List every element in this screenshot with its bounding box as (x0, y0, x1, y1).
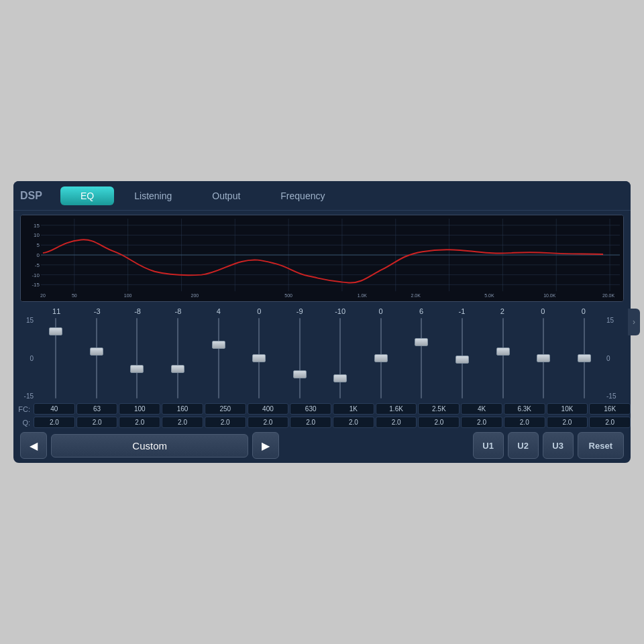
fc-cell-12[interactable]: 10K (547, 403, 588, 415)
band-value-0: 11 (36, 307, 76, 315)
fader-10[interactable] (443, 318, 482, 398)
fader-line-6 (299, 318, 301, 398)
svg-text:-5: -5 (35, 262, 40, 268)
fader-11[interactable] (483, 318, 523, 398)
fader-handle-2[interactable] (130, 365, 144, 373)
fader-line-0 (55, 318, 56, 398)
fader-line-7 (339, 318, 341, 398)
fc-cell-0[interactable]: 40 (34, 403, 75, 415)
reset-button[interactable]: Reset (578, 432, 624, 459)
q-cell-4[interactable]: 2.0 (205, 417, 246, 428)
q-cell-9[interactable]: 2.0 (418, 417, 460, 428)
side-arrow[interactable]: › (628, 309, 640, 335)
fader-handle-3[interactable] (171, 365, 184, 373)
q-cell-2[interactable]: 2.0 (119, 417, 160, 428)
band-value-7: -10 (320, 307, 360, 315)
band-value-4: 4 (199, 307, 239, 315)
fader-2[interactable] (117, 318, 157, 398)
q-cell-10[interactable]: 2.0 (461, 417, 502, 428)
fader-7[interactable] (321, 318, 360, 398)
band-value-11: 2 (482, 307, 523, 315)
svg-text:50: 50 (72, 293, 77, 298)
fader-5[interactable] (239, 318, 279, 398)
tab-frequency[interactable]: Frequency (260, 186, 345, 205)
fader-3[interactable] (158, 318, 198, 398)
tab-output[interactable]: Output (192, 186, 260, 205)
fc-cell-9[interactable]: 2.5K (418, 403, 460, 415)
fader-4[interactable] (199, 318, 238, 398)
fader-12[interactable] (524, 318, 564, 398)
next-button[interactable]: ▶ (252, 432, 279, 459)
band-value-8: 0 (360, 307, 400, 315)
q-cell-11[interactable]: 2.0 (504, 417, 545, 428)
svg-text:-15: -15 (32, 282, 40, 288)
fader-handle-11[interactable] (496, 347, 510, 356)
q-cell-3[interactable]: 2.0 (162, 417, 203, 428)
q-row: Q: 2.02.02.02.02.02.02.02.02.02.02.02.02… (13, 417, 631, 428)
fader-6[interactable] (280, 318, 319, 398)
fader-1[interactable] (77, 318, 117, 398)
fader-handle-10[interactable] (455, 356, 469, 364)
fader-handle-7[interactable] (333, 374, 347, 382)
u2-button[interactable]: U2 (508, 432, 539, 459)
svg-text:0: 0 (37, 252, 40, 258)
fader-line-9 (421, 318, 422, 398)
fc-cell-1[interactable]: 63 (76, 403, 118, 415)
fc-cell-11[interactable]: 6.3K (504, 403, 545, 415)
fader-handle-4[interactable] (212, 341, 225, 349)
fc-cell-4[interactable]: 250 (205, 403, 246, 415)
fc-cell-2[interactable]: 100 (119, 403, 160, 415)
fader-0[interactable] (36, 318, 76, 398)
logo: DSP (20, 190, 54, 202)
fc-cell-5[interactable]: 400 (248, 403, 289, 415)
q-cell-1[interactable]: 2.0 (76, 417, 118, 428)
fader-handle-9[interactable] (415, 338, 428, 346)
tab-eq[interactable]: EQ (60, 186, 114, 205)
fc-cell-6[interactable]: 630 (290, 403, 331, 415)
fader-handle-1[interactable] (90, 347, 103, 356)
q-cell-5[interactable]: 2.0 (248, 417, 289, 428)
prev-button[interactable]: ◀ (20, 432, 47, 459)
fader-line-1 (96, 318, 97, 398)
svg-text:200: 200 (191, 293, 199, 298)
eq-graph[interactable]: 15 10 5 0 -5 -10 -15 20 50 100 200 500 1… (20, 215, 624, 302)
u1-button[interactable]: U1 (473, 432, 504, 459)
fader-section: 11-3-8-840-9-1006-1200 15 0 -15 15 0 -15 (13, 306, 631, 401)
fader-handle-12[interactable] (537, 354, 550, 362)
fader-handle-0[interactable] (49, 327, 62, 335)
fader-9[interactable] (402, 318, 441, 398)
fader-13[interactable] (565, 318, 604, 398)
fader-handle-6[interactable] (293, 370, 307, 378)
q-cell-6[interactable]: 2.0 (290, 417, 331, 428)
fader-line-8 (380, 318, 382, 398)
tab-listening[interactable]: Listening (114, 186, 192, 205)
fader-handle-13[interactable] (578, 354, 591, 362)
q-cell-8[interactable]: 2.0 (376, 417, 417, 428)
svg-text:-10: -10 (32, 272, 40, 278)
svg-text:5.0K: 5.0K (484, 293, 494, 298)
tab-bar: DSP EQ Listening Output Frequency (13, 181, 631, 211)
u3-button[interactable]: U3 (543, 432, 574, 459)
band-value-13: 0 (563, 307, 603, 315)
fader-handle-8[interactable] (374, 354, 388, 362)
fc-row: FC: 40631001602504006301K1.6K2.5K4K6.3K1… (13, 403, 631, 415)
fader-handle-5[interactable] (252, 354, 266, 362)
fc-cell-13[interactable]: 16K (589, 403, 631, 415)
q-cell-13[interactable]: 2.0 (589, 417, 631, 428)
q-cell-7[interactable]: 2.0 (333, 417, 374, 428)
fc-cell-3[interactable]: 160 (162, 403, 203, 415)
fc-cell-10[interactable]: 4K (461, 403, 502, 415)
svg-text:15: 15 (34, 223, 40, 229)
q-cell-12[interactable]: 2.0 (547, 417, 588, 428)
band-value-6: -9 (280, 307, 320, 315)
q-cell-0[interactable]: 2.0 (34, 417, 75, 428)
fc-cell-8[interactable]: 1.6K (376, 403, 417, 415)
svg-text:2.0K: 2.0K (411, 293, 421, 298)
fc-cell-7[interactable]: 1K (333, 403, 374, 415)
svg-text:500: 500 (284, 293, 292, 298)
fader-line-3 (177, 318, 178, 398)
faders-area: 15 0 -15 15 0 -15 (20, 317, 624, 400)
bottom-controls: ◀ Custom ▶ U1 U2 U3 Reset (13, 428, 631, 463)
scale-left: 15 0 -15 (20, 317, 36, 400)
fader-8[interactable] (362, 318, 401, 398)
